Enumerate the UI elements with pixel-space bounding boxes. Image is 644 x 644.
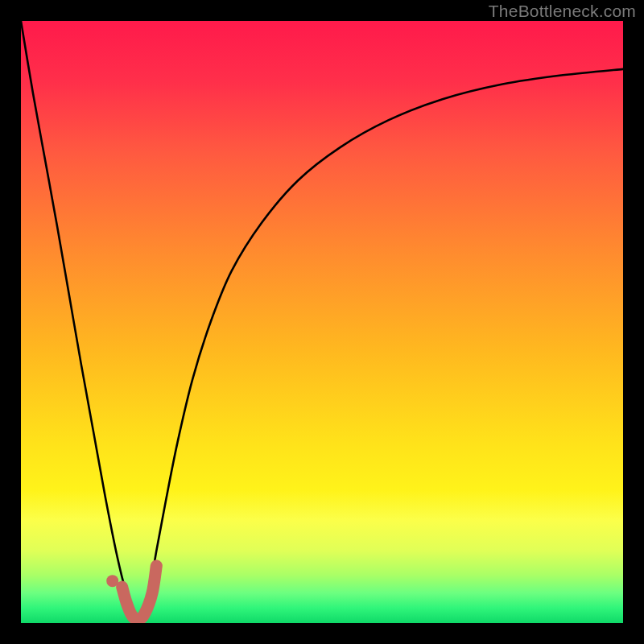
watermark-text: TheBottleneck.com (489, 2, 636, 21)
plot-area (21, 21, 623, 623)
marker-dot (106, 575, 118, 587)
curve-left (21, 21, 140, 623)
marker-hook (122, 566, 157, 620)
curve-right (140, 69, 623, 623)
outer-frame: TheBottleneck.com (0, 0, 644, 644)
chart-overlay (21, 21, 623, 623)
